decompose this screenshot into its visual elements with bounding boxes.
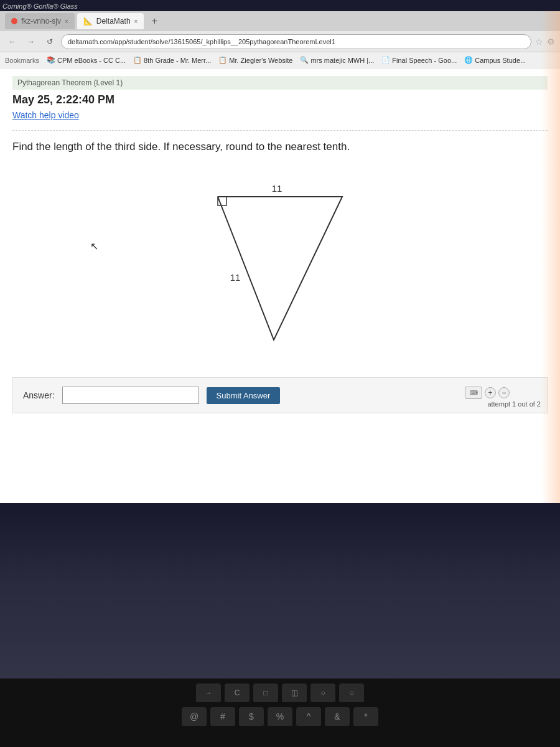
tab-1-dot (11, 18, 17, 24)
mouse-cursor: ↖ (90, 240, 98, 252)
new-tab-button[interactable]: + (146, 13, 162, 29)
forward-button[interactable]: → (24, 34, 39, 49)
bookmark-ziegler[interactable]: 📋 Mr. Ziegler's Website (218, 56, 292, 64)
bookmark-speech-icon: 📄 (381, 56, 390, 64)
bookmark-mrs-icon: 🔍 (300, 56, 309, 64)
gorilla-glass-brand: Corning® Gorilla® Glass (2, 2, 78, 10)
bookmark-ziegler-icon: 📋 (218, 56, 227, 64)
taskbar-area: → C □ ◫ ○ ○ @ # $ % ^ & * (0, 679, 560, 747)
page-content: Pythagorean Theorem (Level 1) May 25, 2:… (0, 68, 560, 503)
watch-help-link[interactable]: Watch help video (12, 110, 548, 120)
key-dollar[interactable]: $ (239, 707, 264, 727)
key-square[interactable]: □ (253, 684, 278, 703)
divider (12, 130, 548, 131)
key-at[interactable]: @ (182, 707, 207, 727)
page-header-strip: Pythagorean Theorem (Level 1) (12, 76, 548, 90)
datetime-display: May 25, 2:22:40 PM (12, 93, 548, 106)
back-button[interactable]: ← (5, 34, 20, 49)
header-strip-text: Pythagorean Theorem (Level 1) (17, 78, 123, 87)
bookmark-mrs[interactable]: 🔍 mrs matejic MWH |... (300, 56, 374, 64)
bookmark-cpm-label: CPM eBooks - CC C... (57, 57, 126, 64)
keyboard-row: → C □ ◫ ○ ○ (196, 684, 364, 703)
key-caret[interactable]: ^ (296, 707, 321, 727)
keyboard-icon[interactable]: ⌨ (465, 387, 482, 399)
question-text: Find the length of the third side. If ne… (12, 141, 548, 153)
tab-bar: fkz-vnho-sjv × 📐 DeltaMath × + (0, 11, 560, 31)
bookmark-campus[interactable]: 🌐 Campus Stude... (464, 56, 526, 64)
refresh-button[interactable]: ↺ (42, 34, 57, 49)
answer-input[interactable] (62, 387, 199, 404)
tab-2-icon: 📐 (83, 17, 93, 26)
url-bar[interactable]: deltamath.com/app/student/solve/13615065… (61, 34, 531, 49)
key-circle1[interactable]: ○ (310, 684, 335, 703)
diagram-area: 11 11 (12, 172, 548, 359)
bookmark-8thgrade[interactable]: 📋 8th Grade - Mr. Merr... (133, 56, 211, 64)
bookmark-star-icon[interactable]: ☆ (535, 37, 543, 47)
key-split[interactable]: ◫ (282, 684, 307, 703)
key-asterisk[interactable]: * (353, 707, 378, 727)
key-percent[interactable]: % (268, 707, 292, 727)
bookmark-cpm-icon: 📚 (47, 56, 55, 64)
key-c[interactable]: C (225, 684, 250, 703)
bookmark-cpm[interactable]: 📚 CPM eBooks - CC C... (47, 56, 126, 64)
key-ampersand[interactable]: & (325, 707, 350, 727)
bookmarks-label: Bookmarks (5, 57, 39, 64)
extensions-icon: ⚙ (547, 37, 555, 47)
triangle-diagram: 11 11 (162, 172, 398, 346)
zoom-in-button[interactable]: + (485, 387, 496, 398)
tab-2-label: DeltaMath (96, 17, 131, 26)
bookmarks-bar: Bookmarks 📚 CPM eBooks - CC C... 📋 8th G… (0, 52, 560, 68)
bookmark-8thgrade-label: 8th Grade - Mr. Merr... (144, 57, 211, 64)
tab-2-close[interactable]: × (134, 18, 138, 25)
bookmark-mrs-label: mrs matejic MWH |... (310, 57, 374, 64)
screen-area: Corning® Gorilla® Glass fkz-vnho-sjv × 📐… (0, 0, 560, 510)
bookmark-campus-label: Campus Stude... (475, 57, 526, 64)
key-hash[interactable]: # (210, 707, 235, 727)
address-bar: ← → ↺ deltamath.com/app/student/solve/13… (0, 31, 560, 52)
tab-1-close[interactable]: × (65, 18, 68, 25)
bookmark-ziegler-label: Mr. Ziegler's Website (229, 57, 292, 64)
key-arrow[interactable]: → (196, 684, 221, 703)
attempt-text: attempt 1 out of 2 (487, 400, 541, 408)
bookmark-campus-icon: 🌐 (464, 56, 473, 64)
tab-1-label: fkz-vnho-sjv (21, 17, 61, 26)
browser-chrome: fkz-vnho-sjv × 📐 DeltaMath × + ← → ↺ del… (0, 11, 560, 503)
keyboard-icon-area: ⌨ + − (465, 387, 510, 399)
bookmark-speech-label: Final Speech - Goo... (392, 57, 457, 64)
submit-answer-button[interactable]: Submit Answer (207, 387, 281, 404)
bookmark-8thgrade-icon: 📋 (133, 56, 142, 64)
svg-text:11: 11 (230, 272, 241, 283)
answer-area: Answer: Submit Answer ⌨ + − attempt 1 ou… (12, 377, 548, 413)
answer-label: Answer: (23, 390, 55, 400)
bookmark-speech[interactable]: 📄 Final Speech - Goo... (381, 56, 457, 64)
tab-1[interactable]: fkz-vnho-sjv × (5, 13, 75, 29)
keyboard-bottom-row: @ # $ % ^ & * (182, 707, 378, 727)
tab-2[interactable]: 📐 DeltaMath × (77, 13, 144, 29)
zoom-out-button[interactable]: − (498, 387, 510, 398)
svg-text:11: 11 (272, 183, 282, 194)
key-circle2[interactable]: ○ (339, 684, 364, 703)
